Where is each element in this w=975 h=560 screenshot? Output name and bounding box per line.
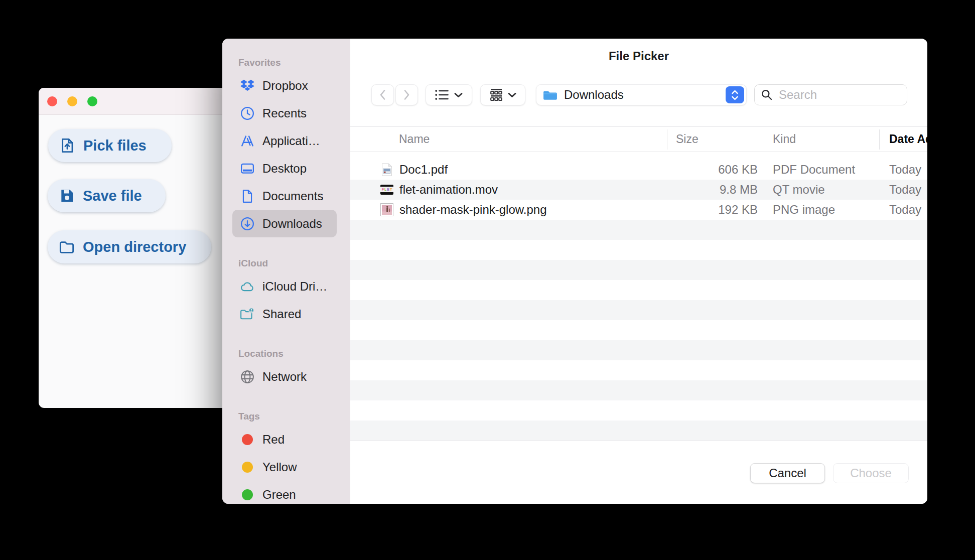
sidebar-item-green[interactable]: Green [232, 481, 337, 504]
pick-files-button[interactable]: Pick files [48, 129, 172, 162]
toolbar: Downloads [350, 84, 927, 105]
sidebar-item-icloud-dri[interactable]: iCloud Dri… [232, 272, 337, 300]
app-store-icon [240, 133, 255, 149]
sidebar-item-network[interactable]: Network [232, 363, 337, 390]
file-row-doc1-pdf[interactable]: Doc1.pdf606 KBPDF DocumentToday [350, 160, 927, 180]
desktop-background: Pick files Save file Open directory Fav [0, 0, 975, 560]
empty-row [350, 240, 927, 260]
clock-icon [240, 106, 255, 121]
search-icon [761, 89, 773, 101]
sidebar-section-header: Tags [238, 410, 337, 423]
sidebar-section-header: Locations [238, 348, 337, 360]
sidebar-item-applicati[interactable]: Applicati… [232, 127, 337, 155]
forward-button[interactable] [395, 84, 418, 105]
cancel-button[interactable]: Cancel [750, 463, 825, 483]
table-header: Name Size Kind Date Added [350, 126, 927, 152]
column-divider [879, 129, 880, 150]
sidebar-item-documents[interactable]: Documents [232, 182, 337, 210]
open-directory-label: Open directory [83, 239, 186, 255]
sidebar-item-dropbox[interactable]: Dropbox [232, 72, 337, 99]
file-kind: PDF Document [773, 160, 855, 180]
empty-row [350, 220, 927, 240]
column-header-date-added[interactable]: Date Added [889, 127, 927, 152]
tag-icon [240, 432, 255, 447]
empty-row [350, 380, 927, 400]
app-window: Pick files Save file Open directory [39, 88, 229, 408]
save-file-icon [59, 188, 75, 204]
zoom-window-button[interactable] [87, 96, 97, 106]
sidebar-item-red[interactable]: Red [232, 426, 337, 453]
file-size: 192 KB [616, 200, 758, 220]
tag-icon [240, 460, 255, 475]
empty-row [350, 360, 927, 380]
pick-files-icon [59, 137, 75, 154]
pick-files-label: Pick files [83, 137, 147, 154]
file-date: Today [889, 160, 921, 180]
sidebar-item-label: Green [262, 488, 296, 502]
sidebar-item-label: Documents [262, 189, 323, 203]
column-header-kind[interactable]: Kind [773, 127, 796, 152]
dialog-title: File Picker [350, 49, 927, 63]
file-kind: QT movie [773, 180, 825, 200]
sidebar-item-desktop[interactable]: Desktop [232, 155, 337, 182]
file-name: Doc1.pdf [399, 160, 448, 180]
file-date: Today [889, 180, 921, 200]
download-circle-icon [240, 216, 255, 231]
cloud-icon [240, 279, 255, 294]
empty-row [350, 260, 927, 280]
minimize-window-button[interactable] [67, 96, 77, 106]
sidebar-item-label: Downloads [262, 217, 322, 231]
group-view-menu-button[interactable] [480, 84, 525, 105]
file-name: shader-mask-pink-glow.png [399, 200, 546, 220]
file-size: 606 KB [616, 160, 758, 180]
app-window-titlebar[interactable] [39, 88, 229, 115]
column-header-name[interactable]: Name [399, 127, 430, 152]
search-field [754, 84, 907, 105]
search-input[interactable] [778, 87, 893, 102]
column-divider [667, 129, 667, 150]
file-name: flet-animation.mov [399, 180, 498, 200]
sidebar-item-label: Yellow [262, 460, 297, 474]
save-file-button[interactable]: Save file [48, 179, 166, 212]
back-button[interactable] [371, 84, 394, 105]
list-view-icon [435, 89, 449, 100]
file-kind: PNG image [773, 200, 835, 220]
sidebar-item-yellow[interactable]: Yellow [232, 453, 337, 481]
sidebar-item-label: Red [262, 433, 285, 447]
sidebar-section-header: iCloud [238, 257, 337, 269]
close-window-button[interactable] [47, 96, 57, 106]
column-header-size[interactable]: Size [676, 127, 699, 152]
file-size: 9.8 MB [616, 180, 758, 200]
pdf-thumbnail [380, 163, 393, 176]
empty-row [350, 400, 927, 421]
chevron-left-icon [379, 89, 386, 100]
open-directory-button[interactable]: Open directory [48, 230, 211, 263]
choose-button[interactable]: Choose [833, 463, 909, 483]
empty-row [350, 421, 927, 441]
dropbox-icon [240, 78, 255, 93]
location-stepper-icon[interactable] [726, 86, 744, 103]
shared-folder-icon [240, 307, 255, 322]
location-dropdown[interactable]: Downloads [536, 84, 747, 105]
sidebar-item-downloads[interactable]: Downloads [232, 210, 337, 237]
sidebar-item-label: Applicati… [262, 134, 320, 148]
png-thumbnail [380, 203, 393, 216]
sidebar-item-shared[interactable]: Shared [232, 300, 337, 328]
list-bottom-divider [350, 441, 927, 441]
sidebar-item-recents[interactable]: Recents [232, 99, 337, 127]
file-row-flet-animation-mov[interactable]: FLETflet-animation.mov9.8 MBQT movieToda… [350, 180, 927, 200]
sidebar-item-label: Network [262, 370, 307, 384]
chevron-down-icon [508, 92, 516, 98]
sidebar-item-label: iCloud Dri… [262, 279, 327, 294]
tag-icon [240, 487, 255, 502]
file-row-shader-mask-pink-glow-png[interactable]: shader-mask-pink-glow.png192 KBPNG image… [350, 200, 927, 220]
chevron-down-icon [454, 92, 463, 98]
file-list: Doc1.pdf606 KBPDF DocumentTodayFLETflet-… [350, 160, 927, 441]
list-view-menu-button[interactable] [426, 84, 472, 105]
desktop-icon [240, 161, 255, 176]
sidebar-item-label: Shared [262, 307, 301, 321]
empty-row [350, 320, 927, 340]
sidebar-item-label: Dropbox [262, 79, 308, 93]
sidebar-section-header: Favorites [238, 57, 337, 69]
dialog-content: File Picker [350, 39, 927, 504]
